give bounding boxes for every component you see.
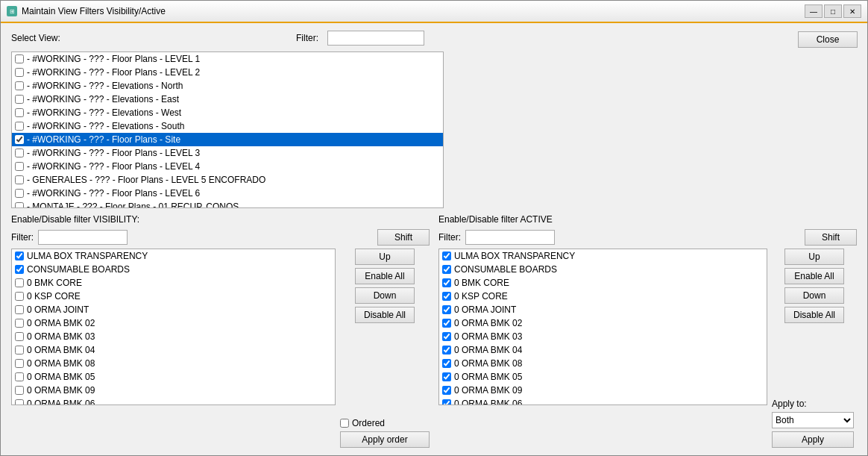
- apply-to-label: Apply to:: [772, 399, 857, 409]
- maximize-button[interactable]: □: [824, 4, 842, 18]
- active-enable-all-button[interactable]: Enable All: [784, 268, 844, 284]
- ordered-label: Ordered: [352, 418, 385, 428]
- active-filter-label: Filter:: [438, 232, 461, 243]
- active-checklist-item: 0 ORMA BMK 09: [439, 384, 767, 397]
- active-checklist-item: 0 BMK CORE: [439, 276, 767, 290]
- app-icon: ⊞: [7, 6, 17, 16]
- active-filter-row: Filter: Shift: [438, 229, 857, 246]
- active-checklist-item: CONSUMABLE BOARDS: [439, 263, 767, 276]
- visibility-shift-button[interactable]: Shift: [377, 229, 430, 246]
- visibility-checklist-item: 0 ORMA BMK 06: [12, 397, 335, 405]
- minimize-button[interactable]: —: [805, 4, 823, 18]
- visibility-checklist-item: 0 ORMA JOINT: [12, 303, 335, 316]
- active-panel: Enable/Disable filter ACTIVE Filter: Shi…: [438, 214, 857, 448]
- view-list-item[interactable]: - #WORKING - ??? - Floor Plans - LEVEL 3: [12, 146, 443, 160]
- active-checklist-item: 0 ORMA BMK 04: [439, 343, 767, 357]
- view-list-item[interactable]: - #WORKING - ??? - Floor Plans - LEVEL 2: [12, 66, 443, 79]
- view-list: - #WORKING - ??? - Floor Plans - LEVEL 1…: [11, 51, 444, 208]
- apply-button[interactable]: Apply: [772, 431, 854, 448]
- visibility-checklist: ULMA BOX TRANSPARENCYCONSUMABLE BOARDS0 …: [11, 249, 336, 405]
- visibility-checklist-item: 0 ORMA BMK 03: [12, 330, 335, 343]
- view-list-item[interactable]: - #WORKING - ??? - Elevations - East: [12, 93, 443, 106]
- visibility-panel-label: Enable/Disable filter VISIBILITY:: [11, 214, 430, 225]
- active-panel-body: ULMA BOX TRANSPARENCYCONSUMABLE BOARDS0 …: [438, 249, 857, 448]
- visibility-checklist-item: 0 KSP CORE: [12, 290, 335, 303]
- visibility-checklist-item: ULMA BOX TRANSPARENCY: [12, 249, 335, 263]
- visibility-disable-all-button[interactable]: Disable All: [355, 307, 415, 323]
- active-down-button[interactable]: Down: [784, 287, 844, 304]
- apply-order-button[interactable]: Apply order: [340, 431, 430, 448]
- select-view-section: Select View: Filter: Close - #WORKING - …: [11, 31, 857, 208]
- title-bar: ⊞ Maintain View Filters Visibility/Activ…: [1, 1, 867, 23]
- select-view-label: Select View:: [11, 33, 60, 43]
- active-checklist-item: 0 ORMA BMK 02: [439, 316, 767, 330]
- visibility-checklist-item: CONSUMABLE BOARDS: [12, 263, 335, 276]
- main-window: ⊞ Maintain View Filters Visibility/Activ…: [0, 0, 868, 456]
- window-title: Maintain View Filters Visibility/Active: [22, 6, 800, 16]
- visibility-checklist-item: 0 ORMA BMK 09: [12, 384, 335, 397]
- view-list-item[interactable]: - MONTAJE - ??? - Floor Plans - 01 RECUP…: [12, 200, 443, 208]
- view-list-item[interactable]: - #WORKING - ??? - Floor Plans - LEVEL 1: [12, 52, 443, 66]
- bottom-section: Enable/Disable filter VISIBILITY: Filter…: [11, 214, 857, 448]
- visibility-checklist-item: 0 BMK CORE: [12, 276, 335, 290]
- active-checklist-item: 0 ORMA BMK 06: [439, 397, 767, 405]
- active-filter-input[interactable]: [465, 230, 555, 245]
- visibility-filter-label: Filter:: [11, 232, 34, 243]
- view-list-item[interactable]: - #WORKING - ??? - Floor Plans - LEVEL 6: [12, 187, 443, 200]
- active-checklist: ULMA BOX TRANSPARENCYCONSUMABLE BOARDS0 …: [438, 249, 767, 405]
- view-list-item[interactable]: - GENERALES - ??? - Floor Plans - LEVEL …: [12, 173, 443, 187]
- active-shift-button[interactable]: Shift: [805, 229, 857, 246]
- visibility-panel: Enable/Disable filter VISIBILITY: Filter…: [11, 214, 430, 448]
- ordered-row: Ordered: [340, 418, 430, 428]
- active-checklist-item: 0 ORMA BMK 08: [439, 357, 767, 370]
- visibility-filter-input[interactable]: [38, 230, 128, 245]
- visibility-enable-all-button[interactable]: Enable All: [355, 268, 415, 284]
- view-list-item[interactable]: - #WORKING - ??? - Elevations - South: [12, 119, 443, 133]
- visibility-down-button[interactable]: Down: [355, 287, 415, 304]
- view-list-item[interactable]: - #WORKING - ??? - Elevations - North: [12, 79, 443, 93]
- main-content: Select View: Filter: Close - #WORKING - …: [1, 23, 867, 455]
- visibility-checklist-item: 0 ORMA BMK 05: [12, 370, 335, 384]
- active-disable-all-button[interactable]: Disable All: [784, 307, 844, 323]
- active-checklist-item: 0 ORMA BMK 03: [439, 330, 767, 343]
- active-up-button[interactable]: Up: [784, 249, 844, 265]
- close-window-button[interactable]: ✕: [843, 4, 861, 18]
- filter-label-top: Filter:: [296, 33, 318, 43]
- view-list-item[interactable]: - #WORKING - ??? - Floor Plans - Site: [12, 133, 443, 146]
- visibility-panel-body: ULMA BOX TRANSPARENCYCONSUMABLE BOARDS0 …: [11, 249, 430, 448]
- visibility-filter-row: Filter: Shift: [11, 229, 430, 246]
- active-checklist-item: 0 ORMA BMK 05: [439, 370, 767, 384]
- active-checklist-item: 0 KSP CORE: [439, 290, 767, 303]
- active-checklist-item: ULMA BOX TRANSPARENCY: [439, 249, 767, 263]
- view-list-item[interactable]: - #WORKING - ??? - Floor Plans - LEVEL 4: [12, 160, 443, 173]
- visibility-checklist-item: 0 ORMA BMK 04: [12, 343, 335, 357]
- window-controls: — □ ✕: [805, 4, 861, 18]
- visibility-checklist-item: 0 ORMA BMK 02: [12, 316, 335, 330]
- view-list-item[interactable]: - #WORKING - ??? - Elevations - West: [12, 106, 443, 119]
- ordered-checkbox[interactable]: [340, 419, 349, 428]
- visibility-checklist-item: 0 ORMA BMK 08: [12, 357, 335, 370]
- active-checklist-item: 0 ORMA JOINT: [439, 303, 767, 316]
- apply-to-select[interactable]: Both Visibility Active: [772, 412, 854, 428]
- close-button[interactable]: Close: [798, 31, 858, 48]
- active-panel-label: Enable/Disable filter ACTIVE: [438, 214, 857, 225]
- visibility-up-button[interactable]: Up: [355, 249, 415, 265]
- view-filter-input[interactable]: [327, 31, 424, 46]
